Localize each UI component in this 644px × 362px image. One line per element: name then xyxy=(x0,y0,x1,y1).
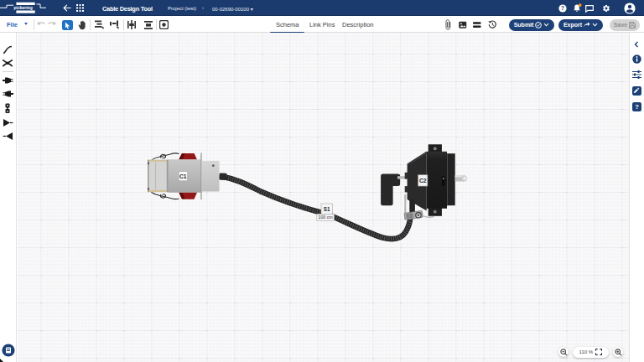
svg-text:?: ? xyxy=(635,103,639,111)
svg-text:?: ? xyxy=(561,5,564,11)
svg-text:C1: C1 xyxy=(179,173,187,179)
svg-text:pickering: pickering xyxy=(14,5,33,10)
svg-text:S1: S1 xyxy=(324,206,330,212)
svg-text:C2: C2 xyxy=(419,178,427,184)
svg-text:100 cm: 100 cm xyxy=(319,215,333,220)
